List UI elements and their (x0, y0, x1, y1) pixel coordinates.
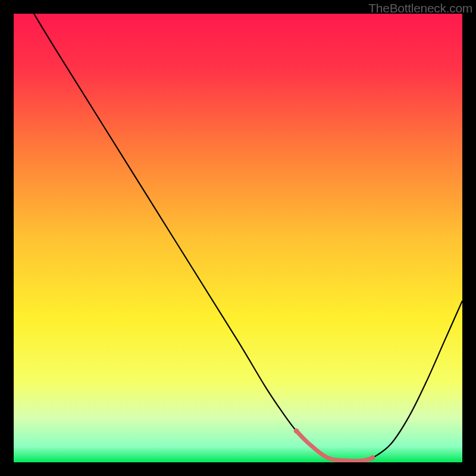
chart-frame (14, 14, 462, 462)
highlight-end-cap (370, 455, 375, 460)
bottleneck-chart (14, 14, 462, 462)
watermark-text: TheBottleneck.com (368, 1, 472, 15)
highlight-start-cap (294, 428, 299, 433)
gradient-background (14, 14, 462, 462)
